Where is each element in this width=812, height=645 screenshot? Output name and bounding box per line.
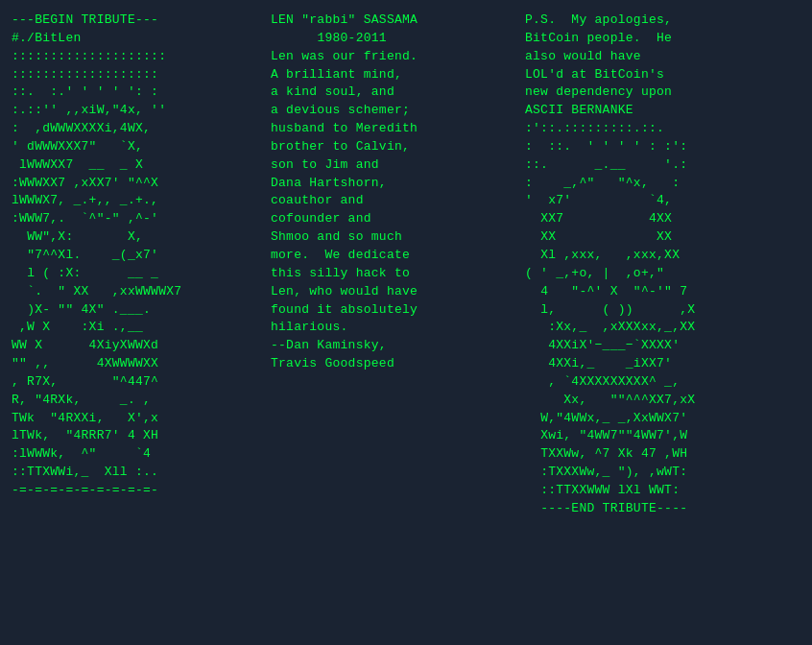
page-container: ---BEGIN TRIBUTE--- #./BitLen ::::::::::…: [0, 0, 812, 645]
column-middle: LEN "rabbi" SASSAMA 1980-2011 Len was ou…: [263, 8, 517, 637]
column-left: ---BEGIN TRIBUTE--- #./BitLen ::::::::::…: [4, 8, 263, 637]
column-right: P.S. My apologies, BitCoin people. He al…: [517, 8, 808, 637]
